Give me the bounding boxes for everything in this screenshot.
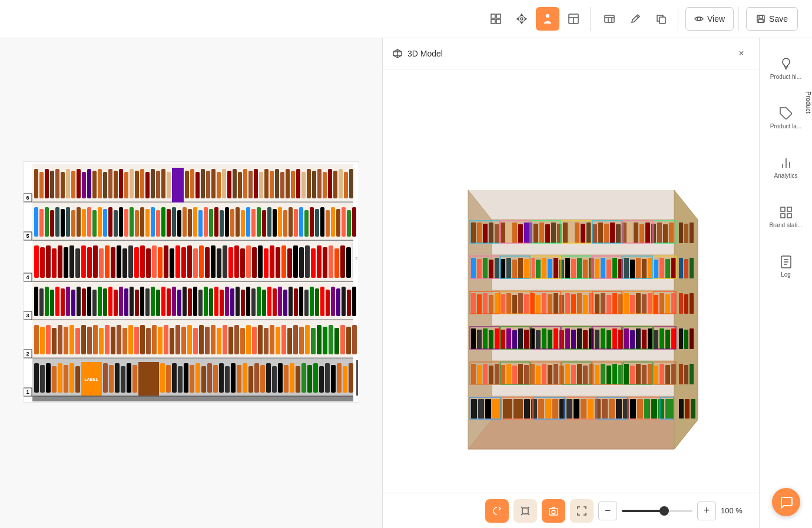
- svg-rect-385: [349, 363, 353, 393]
- svg-rect-330: [346, 327, 351, 354]
- svg-rect-180: [199, 245, 204, 278]
- svg-rect-405: [512, 223, 517, 243]
- svg-rect-532: [595, 330, 599, 349]
- zoom-out-button[interactable]: −: [598, 502, 617, 520]
- svg-rect-284: [75, 328, 80, 354]
- edit-button[interactable]: [624, 7, 647, 31]
- planogram-wrapper: 6: [24, 161, 359, 405]
- svg-rect-127: [246, 207, 250, 237]
- svg-rect-585: [684, 365, 688, 384]
- svg-rect-306: [205, 327, 210, 354]
- photo-button[interactable]: [542, 499, 565, 523]
- svg-rect-295: [140, 325, 145, 354]
- table-button[interactable]: [598, 7, 621, 31]
- svg-rect-302: [181, 327, 186, 354]
- svg-rect-367: [243, 363, 247, 393]
- svg-rect-221: [82, 288, 86, 316]
- svg-rect-615: [685, 399, 690, 419]
- svg-rect-298: [158, 327, 163, 354]
- svg-rect-175: [170, 248, 174, 278]
- svg-rect-46: [151, 169, 155, 198]
- zoom-track: [622, 510, 664, 512]
- svg-rect-404: [506, 224, 511, 243]
- svg-rect-253: [251, 288, 256, 316]
- svg-rect-177: [181, 247, 186, 278]
- move-button[interactable]: [510, 7, 533, 31]
- svg-rect-497: [612, 293, 617, 314]
- save-button[interactable]: Save: [746, 7, 798, 31]
- log-label: Log: [781, 271, 791, 278]
- svg-rect-288: [99, 328, 104, 354]
- rotate-button[interactable]: [485, 499, 509, 523]
- sidebar-item-product-highlight[interactable]: Product hi...: [763, 45, 810, 92]
- model-close-button[interactable]: ×: [733, 45, 750, 62]
- svg-rect-380: [319, 366, 324, 393]
- svg-rect-139: [310, 207, 314, 237]
- svg-rect-262: [299, 287, 303, 316]
- svg-rect-320: [287, 328, 292, 354]
- svg-rect-466: [654, 260, 658, 278]
- svg-line-661: [528, 507, 529, 508]
- svg-rect-158: [69, 245, 74, 278]
- svg-rect-464: [642, 259, 647, 278]
- svg-rect-478: [501, 294, 505, 314]
- svg-rect-96: [82, 209, 86, 237]
- svg-rect-92: [61, 209, 65, 237]
- person-button[interactable]: [536, 7, 559, 31]
- grid-button[interactable]: [484, 7, 508, 31]
- layout-button[interactable]: [562, 7, 585, 31]
- svg-rect-68: [275, 169, 279, 198]
- svg-rect-78: [328, 169, 332, 198]
- svg-rect-318: [276, 327, 280, 354]
- svg-rect-116: [188, 209, 192, 237]
- svg-rect-166: [117, 245, 121, 278]
- log-icon: [779, 255, 793, 269]
- copy-button[interactable]: [649, 7, 673, 31]
- zoom-slider[interactable]: [622, 510, 692, 512]
- svg-rect-443: [518, 258, 523, 278]
- svg-rect-142: [326, 210, 330, 237]
- zoom-in-button[interactable]: +: [697, 502, 716, 520]
- svg-rect-154: [46, 245, 51, 278]
- svg-rect-591: [503, 399, 512, 419]
- svg-rect-463: [636, 258, 641, 278]
- sidebar-item-analytics[interactable]: Analytics: [763, 144, 810, 191]
- svg-rect-470: [679, 258, 683, 278]
- svg-rect-216: [55, 287, 59, 316]
- svg-rect-360: [201, 366, 206, 393]
- svg-rect-575: [624, 364, 629, 384]
- svg-rect-353: [160, 363, 165, 393]
- svg-rect-135: [289, 207, 293, 237]
- svg-rect-548: [690, 328, 694, 349]
- svg-rect-510: [690, 293, 694, 314]
- svg-rect-200: [317, 245, 322, 278]
- svg-rect-285: [81, 325, 86, 354]
- svg-rect-107: [140, 207, 144, 237]
- crop-button[interactable]: [513, 499, 537, 523]
- svg-rect-123: [225, 207, 229, 237]
- svg-rect-71: [291, 171, 295, 198]
- svg-rect-119: [204, 207, 208, 237]
- svg-rect-286: [87, 327, 92, 354]
- svg-rect-152: [34, 245, 39, 278]
- product-highlight-label: Product hi...: [770, 74, 801, 81]
- svg-rect-29: [61, 172, 65, 198]
- main-toolbar: View Save: [0, 0, 812, 38]
- svg-rect-250: [236, 287, 240, 316]
- svg-rect-184: [223, 245, 227, 278]
- close-icon: ×: [738, 48, 744, 59]
- toolbar-group-right: [593, 7, 678, 31]
- view-button[interactable]: View: [685, 7, 734, 31]
- fullscreen-button[interactable]: [570, 499, 594, 523]
- svg-rect-325: [317, 325, 322, 354]
- svg-rect-45: [145, 172, 150, 198]
- chat-button[interactable]: [772, 488, 800, 516]
- svg-rect-132: [273, 209, 277, 237]
- bottom-toolbar: − + 100 %: [383, 493, 759, 528]
- sidebar-item-log[interactable]: Log: [763, 243, 810, 290]
- svg-rect-163: [99, 248, 104, 278]
- svg-rect-359: [195, 363, 200, 393]
- svg-rect-37: [103, 172, 107, 198]
- sidebar-item-brand-stats[interactable]: Brand stati...: [763, 194, 810, 241]
- svg-rect-311: [234, 325, 239, 354]
